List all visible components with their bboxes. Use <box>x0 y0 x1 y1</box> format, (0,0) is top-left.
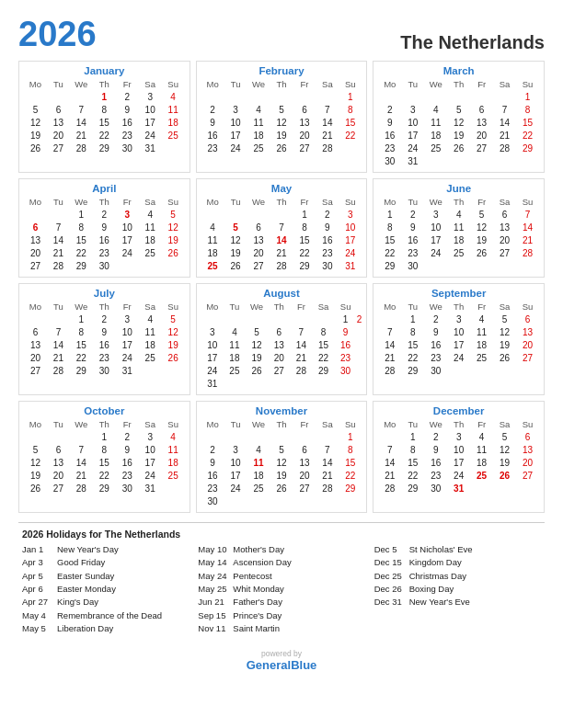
weekday-header: Mo <box>24 418 47 430</box>
calendar-day: 6 <box>516 430 539 443</box>
calendar-day: 29 <box>401 364 424 377</box>
weekday-header: Fr <box>290 301 312 313</box>
weekday-header: Mo <box>201 301 224 313</box>
calendar-day: 17 <box>224 129 247 142</box>
calendar-day: 21 <box>316 469 339 482</box>
calendar-day: 15 <box>378 233 401 246</box>
calendar-day: 13 <box>47 456 70 469</box>
calendar-day: 2 <box>378 103 401 116</box>
month-name: June <box>378 183 539 194</box>
weekday-header: Mo <box>378 301 401 313</box>
calendar-day: 22 <box>93 469 116 482</box>
calendar-day: 8 <box>339 443 362 456</box>
calendar-day: 2 <box>116 90 139 103</box>
calendar-day: 15 <box>516 116 539 129</box>
calendar-day: 17 <box>424 233 447 246</box>
weekday-header: Tu <box>401 418 424 430</box>
calendar-day: 28 <box>316 142 339 154</box>
calendar-day: 3 <box>424 208 447 221</box>
weekday-header: Fr <box>293 418 316 430</box>
calendar-day: 20 <box>24 246 47 259</box>
holiday-name: Saint Martin <box>233 623 280 635</box>
holiday-date: Sep 15 <box>198 610 229 622</box>
calendar-day: 19 <box>246 351 268 364</box>
weekday-header: Sa <box>139 301 162 313</box>
holiday-name: Easter Sunday <box>57 571 114 583</box>
calendar-day <box>162 364 185 377</box>
calendar-day: 9 <box>201 116 224 129</box>
calendar-day <box>316 430 339 443</box>
calendar-day: 21 <box>270 246 293 259</box>
calendar-day: 20 <box>293 469 316 482</box>
calendar-day: 11 <box>139 325 162 338</box>
weekday-header: Sa <box>493 196 516 208</box>
holiday-row: Sep 15Prince's Day <box>198 610 364 622</box>
calendar-day: 27 <box>516 351 539 364</box>
weekday-header: Su <box>516 418 539 430</box>
calendar-day: 20 <box>516 456 539 469</box>
calendar-day: 21 <box>70 469 93 482</box>
calendar-day: 7 <box>47 325 70 338</box>
calendar-day: 16 <box>335 338 357 351</box>
holiday-row: May 4Remembrance of the Dead <box>22 610 189 622</box>
calendar-day: 13 <box>24 338 47 351</box>
calendar-day: 3 <box>401 103 424 116</box>
calendar-day: 19 <box>24 129 47 142</box>
weekday-header: Tu <box>47 196 70 208</box>
holiday-row: Dec 31New Year's Eve <box>374 597 541 609</box>
calendar-day: 9 <box>424 325 447 338</box>
calendar-day: 20 <box>493 233 516 246</box>
calendar-day: 19 <box>224 246 247 259</box>
calendar-day: 9 <box>335 325 357 338</box>
holiday-date: May 5 <box>22 623 53 635</box>
calendar-day: 2 <box>401 208 424 221</box>
calendar-day: 30 <box>378 154 401 167</box>
calendar-day: 4 <box>224 325 246 338</box>
weekday-header: Mo <box>201 196 224 208</box>
calendar-day: 6 <box>47 443 70 456</box>
calendar-day: 1 <box>401 313 424 325</box>
calendar-day <box>247 90 270 103</box>
calendar-day <box>47 313 70 325</box>
calendar-day: 4 <box>247 103 270 116</box>
weekday-header: Th <box>447 418 470 430</box>
calendar-day: 5 <box>24 103 47 116</box>
calendar-day: 17 <box>447 338 470 351</box>
calendar-day: 12 <box>24 456 47 469</box>
calendar-day: 3 <box>116 313 139 325</box>
calendar-day: 21 <box>316 129 339 142</box>
month-block-june: JuneMoTuWeThFrSaSu1234567891011121314151… <box>373 178 545 278</box>
calendar-day: 12 <box>224 233 247 246</box>
calendar-day: 16 <box>116 456 139 469</box>
calendar-day: 25 <box>201 259 224 272</box>
calendar-day <box>139 259 162 272</box>
calendar-day <box>339 495 362 507</box>
weekday-header: Sa <box>139 78 162 90</box>
calendar-day: 30 <box>424 364 447 377</box>
calendar-day: 12 <box>24 116 47 129</box>
month-table: MoTuWeThFrSaSu12345678910111213141516171… <box>378 418 539 495</box>
calendar-day <box>162 259 185 272</box>
calendar-day: 22 <box>293 246 316 259</box>
weekday-header: Tu <box>401 78 424 90</box>
calendar-day: 21 <box>378 351 401 364</box>
calendar-day: 8 <box>312 325 334 338</box>
calendar-day: 3 <box>139 430 162 443</box>
month-table: MoTuWeThFrSaSu12345678910111213141516171… <box>201 418 362 507</box>
holiday-name: St Nicholas' Eve <box>409 544 473 556</box>
calendar-day <box>162 482 185 495</box>
calendar-day <box>401 90 424 103</box>
calendar-day: 16 <box>316 233 339 246</box>
calendar-day <box>378 430 401 443</box>
weekday-header: Fr <box>293 196 316 208</box>
calendar-day: 10 <box>224 456 247 469</box>
holiday-name: Liberation Day <box>57 623 113 635</box>
calendar-day: 17 <box>201 351 224 364</box>
holiday-row: May 14Ascension Day <box>198 557 364 569</box>
calendar-day: 20 <box>516 338 539 351</box>
holiday-date: Apr 27 <box>22 597 53 609</box>
weekday-header: Th <box>93 196 116 208</box>
calendar-day: 11 <box>470 443 493 456</box>
calendar-day: 27 <box>47 482 70 495</box>
calendar-day: 1 <box>93 90 116 103</box>
